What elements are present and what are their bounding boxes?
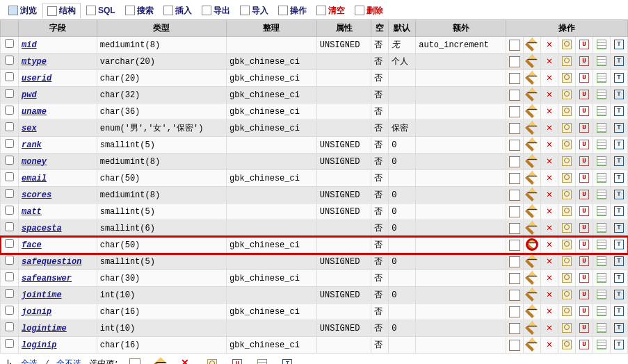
select-none-link[interactable]: 全不选 xyxy=(56,358,81,364)
unique-icon[interactable]: U xyxy=(579,290,589,299)
index-icon[interactable] xyxy=(597,306,606,316)
row-checkbox[interactable] xyxy=(5,72,14,81)
row-checkbox[interactable] xyxy=(5,189,14,198)
fulltext-icon[interactable]: T xyxy=(614,90,624,99)
browse-icon[interactable] xyxy=(509,306,520,317)
fulltext-icon[interactable]: T xyxy=(614,40,624,49)
fulltext-icon[interactable]: T xyxy=(614,340,624,349)
tab-浏览[interactable]: 浏览 xyxy=(4,3,41,18)
edit-icon[interactable] xyxy=(525,172,539,185)
unique-icon[interactable]: U xyxy=(579,106,589,116)
index-icon[interactable] xyxy=(597,190,606,199)
field-link[interactable]: sex xyxy=(22,124,37,133)
field-link[interactable]: mtype xyxy=(22,57,47,67)
index-icon[interactable] xyxy=(597,206,606,216)
row-checkbox[interactable] xyxy=(5,322,14,331)
unique-icon[interactable]: U xyxy=(579,273,589,283)
browse-icon[interactable] xyxy=(509,190,520,201)
edit-icon[interactable] xyxy=(525,138,539,152)
browse-icon[interactable] xyxy=(509,73,520,84)
row-checkbox[interactable] xyxy=(5,222,14,231)
field-link[interactable]: safequestion xyxy=(22,257,81,267)
unique-icon[interactable]: U xyxy=(579,140,589,149)
browse-icon[interactable] xyxy=(509,40,520,51)
row-checkbox[interactable] xyxy=(5,306,14,315)
row-checkbox[interactable] xyxy=(5,272,14,281)
drop-icon[interactable]: ✕ xyxy=(544,173,555,184)
fulltext-icon[interactable]: T xyxy=(614,106,624,116)
unique-icon[interactable]: U xyxy=(579,323,589,333)
index-icon[interactable] xyxy=(257,359,267,365)
drop-icon[interactable]: ✕ xyxy=(544,56,555,67)
unique-icon[interactable]: U xyxy=(232,359,242,365)
unique-icon[interactable]: U xyxy=(579,90,589,99)
browse-icon[interactable] xyxy=(509,106,520,117)
edit-icon[interactable] xyxy=(525,255,539,269)
field-link[interactable]: loginip xyxy=(22,340,56,350)
fulltext-icon[interactable]: T xyxy=(614,190,624,199)
browse-icon[interactable] xyxy=(509,173,520,184)
primary-key-icon[interactable] xyxy=(562,173,572,183)
unique-icon[interactable]: U xyxy=(579,223,589,233)
index-icon[interactable] xyxy=(597,173,606,183)
drop-icon[interactable]: ✕ xyxy=(544,206,555,217)
field-link[interactable]: money xyxy=(22,157,47,167)
drop-icon[interactable]: ✕ xyxy=(544,140,555,151)
field-link[interactable]: joinip xyxy=(22,307,51,317)
drop-icon[interactable]: ✕ xyxy=(544,306,555,317)
edit-icon[interactable] xyxy=(525,55,539,69)
field-link[interactable]: userid xyxy=(22,74,51,83)
fulltext-icon[interactable]: T xyxy=(614,73,624,83)
edit-icon[interactable] xyxy=(525,288,539,302)
primary-key-icon[interactable] xyxy=(562,223,572,233)
index-icon[interactable] xyxy=(597,323,606,333)
row-checkbox[interactable] xyxy=(5,239,14,248)
unique-icon[interactable]: U xyxy=(579,306,589,316)
drop-icon[interactable]: ✕ xyxy=(181,358,192,365)
row-checkbox[interactable] xyxy=(5,106,14,115)
edit-icon[interactable] xyxy=(525,338,539,352)
fulltext-icon[interactable]: T xyxy=(614,323,624,333)
tab-SQL[interactable]: SQL xyxy=(82,3,120,18)
primary-key-icon[interactable] xyxy=(562,306,572,316)
edit-icon[interactable] xyxy=(525,205,539,219)
fulltext-icon[interactable]: T xyxy=(614,290,624,299)
browse-icon[interactable] xyxy=(509,206,520,217)
fulltext-icon[interactable]: T xyxy=(614,223,624,233)
index-icon[interactable] xyxy=(597,73,606,83)
edit-icon[interactable] xyxy=(525,88,539,102)
index-icon[interactable] xyxy=(597,156,606,166)
edit-icon[interactable] xyxy=(525,305,539,319)
field-link[interactable]: uname xyxy=(22,107,47,117)
drop-icon[interactable]: ✕ xyxy=(544,240,555,251)
row-checkbox[interactable] xyxy=(5,172,14,181)
primary-key-icon[interactable] xyxy=(562,340,572,349)
fulltext-icon[interactable]: T xyxy=(614,240,624,249)
index-icon[interactable] xyxy=(597,56,606,66)
field-link[interactable]: pwd xyxy=(22,90,37,100)
unique-icon[interactable]: U xyxy=(579,73,589,83)
row-checkbox[interactable] xyxy=(5,122,14,131)
edit-icon[interactable] xyxy=(525,72,539,85)
browse-icon[interactable] xyxy=(509,340,520,351)
index-icon[interactable] xyxy=(597,290,606,299)
edit-icon[interactable] xyxy=(525,238,539,252)
unique-icon[interactable]: U xyxy=(579,156,589,166)
tab-操作[interactable]: 操作 xyxy=(274,3,311,18)
primary-key-icon[interactable] xyxy=(562,56,572,66)
row-checkbox[interactable] xyxy=(5,89,14,98)
fulltext-icon[interactable]: T xyxy=(614,156,624,166)
unique-icon[interactable]: U xyxy=(579,173,589,183)
row-checkbox[interactable] xyxy=(5,339,14,348)
edit-icon[interactable] xyxy=(525,272,539,286)
drop-icon[interactable]: ✕ xyxy=(544,123,555,134)
field-link[interactable]: safeanswer xyxy=(22,274,72,283)
browse-icon[interactable] xyxy=(509,56,520,67)
unique-icon[interactable]: U xyxy=(579,240,589,249)
drop-icon[interactable]: ✕ xyxy=(544,156,555,167)
unique-icon[interactable]: U xyxy=(579,340,589,349)
row-checkbox[interactable] xyxy=(5,156,14,165)
row-checkbox[interactable] xyxy=(5,39,14,48)
edit-icon[interactable] xyxy=(154,357,168,364)
index-icon[interactable] xyxy=(597,140,606,149)
